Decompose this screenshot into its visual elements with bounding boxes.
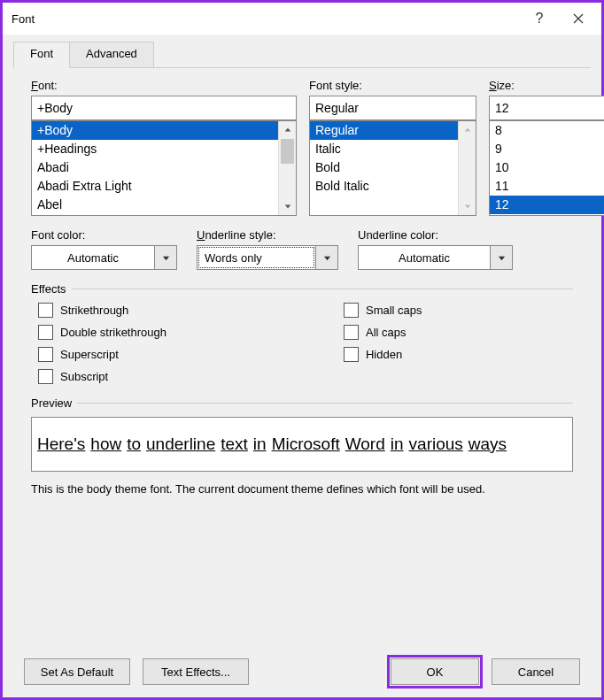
checkbox-icon xyxy=(38,325,53,340)
dialog-title: Font xyxy=(12,12,520,26)
list-item[interactable]: +Body xyxy=(32,121,278,140)
set-default-button[interactable]: Set As Default xyxy=(24,658,130,685)
tab-strip: Font Advanced xyxy=(13,42,591,68)
scroll-down-icon[interactable] xyxy=(459,197,476,215)
superscript-check[interactable]: Superscript xyxy=(38,347,166,362)
close-button[interactable] xyxy=(559,5,598,32)
list-item[interactable]: 12 xyxy=(490,196,604,214)
tab-font-label: Font xyxy=(30,47,53,60)
preview-description: This is the body theme font. The current… xyxy=(13,472,591,496)
hidden-check[interactable]: Hidden xyxy=(344,347,422,362)
checkbox-icon xyxy=(38,347,53,362)
size-listbox[interactable]: 89101112 xyxy=(489,120,604,216)
list-item[interactable]: Abel xyxy=(32,196,278,214)
preview-word: Here's xyxy=(37,435,85,454)
checkbox-icon xyxy=(344,347,359,362)
font-input[interactable] xyxy=(31,96,297,120)
smallcaps-check[interactable]: Small caps xyxy=(344,303,422,318)
style-listbox[interactable]: RegularItalicBoldBold Italic xyxy=(309,120,476,216)
preview-box: Here'showtounderlinetextinMicrosoftWordi… xyxy=(31,417,573,472)
checkbox-icon xyxy=(38,369,53,384)
cancel-button[interactable]: Cancel xyxy=(492,658,580,685)
list-item[interactable]: Abadi xyxy=(32,158,278,177)
fontcolor-dropdown[interactable]: Automatic xyxy=(31,245,177,270)
size-label: Size: xyxy=(489,79,604,92)
style-scrollbar[interactable] xyxy=(458,121,476,215)
style-input[interactable] xyxy=(309,96,476,120)
list-item[interactable]: 8 xyxy=(490,121,604,140)
list-item[interactable]: 10 xyxy=(490,158,604,177)
ulcolor-label: Underline color: xyxy=(358,228,513,242)
ulcolor-value: Automatic xyxy=(358,245,491,270)
checkbox-icon xyxy=(344,303,359,318)
list-item[interactable]: 9 xyxy=(490,140,604,158)
tab-advanced-label: Advanced xyxy=(86,47,137,60)
allcaps-check[interactable]: All caps xyxy=(344,325,422,340)
scroll-up-icon[interactable] xyxy=(279,121,296,139)
font-label: Font: xyxy=(31,79,297,92)
list-item[interactable]: Regular xyxy=(310,121,458,140)
style-label: Font style: xyxy=(309,79,476,92)
checkbox-icon xyxy=(38,303,53,318)
underline-value: Words only xyxy=(197,245,316,270)
subscript-check[interactable]: Subscript xyxy=(38,369,166,384)
preview-word: ways xyxy=(468,435,507,454)
preview-word: in xyxy=(253,435,267,454)
preview-word: to xyxy=(127,435,141,454)
scroll-down-icon[interactable] xyxy=(279,197,296,215)
preview-word: text xyxy=(221,435,248,454)
font-listbox[interactable]: +Body+HeadingsAbadiAbadi Extra LightAbel xyxy=(31,120,297,216)
underline-label: Underline style: xyxy=(197,228,338,242)
font-scrollbar[interactable] xyxy=(278,121,296,215)
list-item[interactable]: Italic xyxy=(310,140,458,158)
underline-dropdown[interactable]: Words only xyxy=(197,245,338,270)
text-effects-button[interactable]: Text Effects... xyxy=(143,658,249,685)
preview-word: Microsoft xyxy=(272,435,340,454)
list-item[interactable]: +Headings xyxy=(32,140,278,158)
dropdown-arrow-icon[interactable] xyxy=(315,245,338,270)
dropdown-arrow-icon[interactable] xyxy=(154,245,177,270)
preview-word: in xyxy=(391,435,404,454)
list-item[interactable]: Bold Italic xyxy=(310,177,458,196)
tab-font[interactable]: Font xyxy=(13,42,70,68)
list-item[interactable]: 11 xyxy=(490,177,604,196)
fontcolor-label: Font color: xyxy=(31,228,177,242)
preview-word: Word xyxy=(345,435,385,454)
size-input[interactable] xyxy=(489,96,604,120)
ok-button[interactable]: OK xyxy=(391,658,479,685)
preview-word: various xyxy=(409,435,463,454)
font-dialog: Font ? Font Advanced Font: +Body+Heading… xyxy=(3,3,601,697)
titlebar: Font ? xyxy=(3,3,601,35)
preview-word: how xyxy=(90,435,121,454)
list-item[interactable]: Abadi Extra Light xyxy=(32,177,278,196)
preview-heading: Preview xyxy=(31,396,72,410)
effects-heading: Effects xyxy=(31,282,66,296)
scroll-up-icon[interactable] xyxy=(459,121,476,139)
preview-word: underline xyxy=(146,435,215,454)
close-icon xyxy=(573,13,584,24)
list-item[interactable]: Bold xyxy=(310,158,458,177)
ulcolor-dropdown[interactable]: Automatic xyxy=(358,245,513,270)
strikethrough-check[interactable]: Strikethrough xyxy=(38,303,166,318)
double-strike-check[interactable]: Double strikethrough xyxy=(38,325,166,340)
tab-advanced[interactable]: Advanced xyxy=(69,42,154,68)
dropdown-arrow-icon[interactable] xyxy=(490,245,513,270)
help-button[interactable]: ? xyxy=(520,5,559,32)
fontcolor-value: Automatic xyxy=(31,245,155,270)
checkbox-icon xyxy=(344,325,359,340)
